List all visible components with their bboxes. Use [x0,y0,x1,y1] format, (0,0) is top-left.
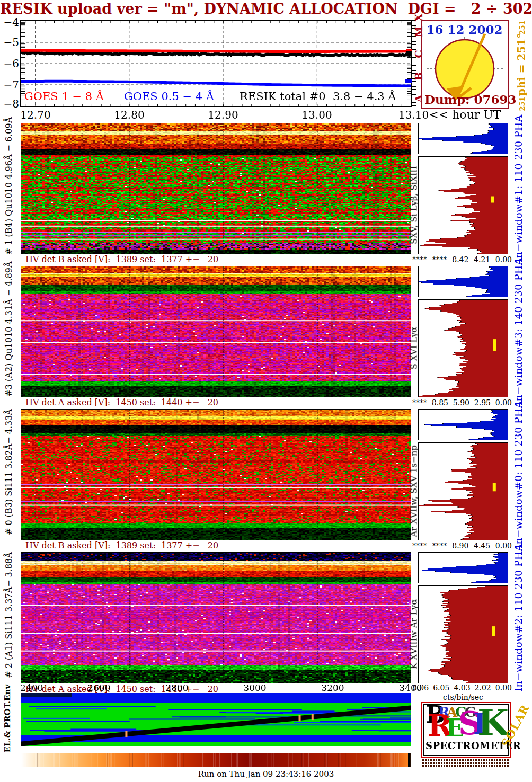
sun-disk [436,40,494,98]
panel-1-wavelength-label: # 1 (B4) Qu1010 4.96Å − 6.09Å [4,117,14,255]
panel-4-pha-hist-red [418,585,508,683]
panel-1-window-label: In−window#1: 110 230 PHA [512,115,524,262]
panel-3-pha-hist-red [418,442,508,540]
scale-val: **** [432,255,447,264]
spectrogram-panel-1 [21,123,411,254]
scale-val: 6.05 [433,683,449,692]
scale-val: 8.90 [452,541,468,550]
legend-goes-short: GOES 0.5 − 4 Å [124,90,214,103]
scale-val: **** [412,541,427,550]
scale-val: 0.00 [495,541,512,550]
hour-tick: 12.70 [20,109,51,121]
panel-1-hist-scale: ********8.424.210.00 [412,255,512,264]
panel-3-line-ids: Ar XVIIw, SXV 1s−np [409,445,419,537]
goes-level-marker-black [406,51,412,55]
panel-2-pha-hist-red [418,299,508,397]
panel-1-line-ids: SXV, Si Lyβ, SiXIII [409,166,419,244]
scale-val: 0.00 [495,255,512,264]
phi-angle: phi = 251° [515,33,528,96]
record-axis-tick: 2800 [161,683,193,692]
record-axis-tick: 3400 [394,683,427,692]
logo-credits-line [422,759,509,761]
logo-credits-line [422,762,509,764]
scale-val: **** [412,255,427,264]
scale-val: 2.02 [475,683,491,692]
panel-4-wavelength-label: # 2 (A1) Si111 3.37Å− 3.88Å [4,552,14,678]
scale-val: 8.42 [452,255,468,264]
scale-val: 4.21 [474,255,490,264]
hour-tick: 13.00 [301,109,333,121]
scale-val: 5.90 [453,398,469,407]
logo-inner-frame: B R A G G R E S I K SOLAR SPECTROMETER [423,704,509,756]
panel-2-hv-status: HV det A asked [V]: 1450 set: 1440 +− 20 [25,398,218,407]
scale-val: 0.00 [495,683,512,692]
env-panel-label: EL.& PROT.Env [3,685,12,752]
panel-4-line-ids: K XVIIIw Ar Lyα [409,599,419,669]
goes-level-marker-blue [405,79,412,83]
phi-sub-bottom: 251 [518,96,526,111]
scale-val: **** [412,398,427,407]
hist-axis-unit: cts/bin/sec [419,693,508,701]
hour-tick: 12.80 [113,109,145,121]
panel-3-wavelength-label: # 0 (B3) Si111 3.82Å− 4.33Å [4,409,14,535]
panel-1-pha-hist-blue [418,123,508,154]
logo-credits-line [422,765,509,767]
logo-spectrometer: SPECTROMETER [425,741,521,751]
panel-4-window-label: In−window#2: 110 230 PHA [512,544,524,691]
panel-4-pha-hist-blue [418,552,508,583]
panel-1-pha-hist-red [418,156,508,254]
page-title: RESIK upload ver = "m", DYNAMIC ALLOCATI… [0,1,532,17]
record-axis-tick: 2400 [20,683,53,692]
goes-ytick: −5 [1,37,19,48]
hour-tick-last: 13.10 [398,109,429,121]
spectrogram-panel-3 [21,409,411,540]
panel-3-pha-hist-blue [418,409,508,440]
resik-quicklook-display: RESIK upload ver = "m", DYNAMIC ALLOCATI… [0,0,532,782]
dose-gradient-strip [21,753,411,767]
goes-ytick: −4 [1,17,19,28]
legend-goes-long: GOES 1 − 8 Å [24,90,104,103]
panel-2-line-ids: S XVI Lyα [409,327,419,370]
dump-number: Dump: 07693 [424,92,517,106]
record-axis-tick: 3200 [316,683,349,692]
run-timestamp: Run on Thu Jan 09 23:43:16 2003 [0,769,532,779]
panel-3-hv-status: HV det B asked [V]: 1389 set: 1377 +− 20 [25,541,218,550]
hour-axis-title: << hour UT [429,108,501,121]
scale-val: 4.45 [474,541,490,550]
panel-2-hist-scale: ****8.855.902.950.00 [412,398,512,407]
panel-3-hist-scale: ********8.904.450.00 [412,541,512,550]
legend-resik-total: RESIK total #0 3.8 − 4.3 Å [240,90,396,103]
scale-val: **** [432,541,447,550]
record-axis-tick: 3000 [238,683,271,692]
panel-2-wavelength-label: #3 (A2) Qu1010 4.31Å − 4.89Å [4,261,14,396]
scale-val: 0.00 [495,398,512,407]
goes-ytick: −8 [1,99,19,109]
hour-tick: 12.90 [207,109,239,121]
panel-2-window-label: In−window#3: 140 230 PHA [512,258,524,405]
spectrogram-panel-4 [21,552,411,683]
panel-1-hv-status: HV det B asked [V]: 1389 set: 1377 +− 20 [25,255,218,264]
scale-val: 8.85 [432,398,448,407]
el-prot-env-panel [21,693,411,746]
goes-ytick: −6 [1,58,19,69]
scale-val: 4.03 [454,683,470,692]
record-axis-tick: 2600 [83,683,116,692]
panel-2-pha-hist-blue [418,266,508,297]
phi-sub-top: 251 [518,20,526,34]
panel-3-window-label: In−window#0: 110 230 PHA [512,401,524,548]
scale-val: 2.95 [474,398,491,407]
goes-ytick: −7 [1,79,19,90]
panel-4-hist-scale: 8.066.054.032.020.00 [412,683,512,692]
spectrogram-panel-2 [21,266,411,397]
observation-date: 16 12 2002 [422,22,507,37]
logo-box: B R A G G R E S I K SOLAR SPECTROMETER [421,702,511,758]
hour-axis-end: 13.10<< hour UT [398,109,501,121]
